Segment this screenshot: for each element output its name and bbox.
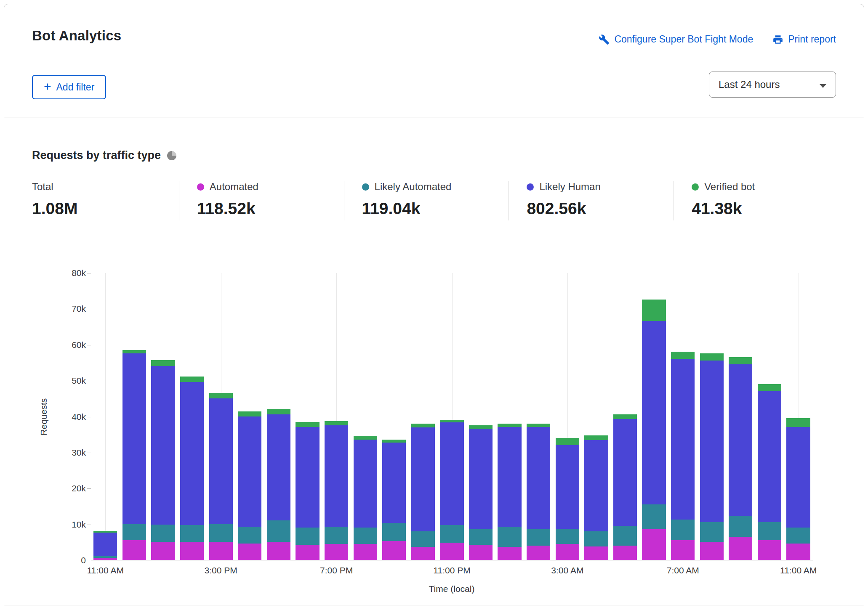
print-report-link[interactable]: Print report xyxy=(772,34,836,45)
bar-segment-likely-automated xyxy=(527,529,550,545)
stacked-bar[interactable] xyxy=(758,384,781,560)
bar-segment-verified-bot xyxy=(700,353,724,361)
stacked-bar[interactable] xyxy=(671,352,695,560)
bar-segment-verified-bot xyxy=(584,435,608,440)
stat-verified-bot-value: 41.38k xyxy=(692,199,839,218)
bar-segment-verified-bot xyxy=(296,422,319,427)
bar-segment-likely-automated xyxy=(642,504,666,530)
bar-segment-verified-bot xyxy=(469,425,493,429)
bar-segment-likely-automated xyxy=(411,531,435,547)
stacked-bar[interactable] xyxy=(498,424,521,560)
bar-segment-likely-human xyxy=(354,440,377,528)
printer-icon xyxy=(772,34,783,45)
bar-segment-likely-human xyxy=(180,382,204,525)
bar-segment-automated xyxy=(122,540,146,560)
x-tick-label: 11:00 PM xyxy=(433,565,470,576)
bar-slot xyxy=(293,273,322,560)
bar-slot xyxy=(582,273,611,560)
plus-icon: + xyxy=(44,80,51,93)
stacked-bar[interactable] xyxy=(296,422,319,560)
bar-segment-likely-automated xyxy=(469,529,493,545)
stat-verified-bot-label: Verified bot xyxy=(704,181,755,193)
stacked-bar[interactable] xyxy=(151,360,175,560)
bar-segment-likely-automated xyxy=(382,523,406,541)
bar-segment-automated xyxy=(151,542,175,560)
stacked-bar[interactable] xyxy=(238,411,261,560)
bar-segment-likely-human xyxy=(671,359,695,520)
bar-segment-automated xyxy=(498,547,521,560)
bar-segment-automated xyxy=(238,544,261,560)
stat-automated: Automated 118.52k xyxy=(179,181,344,220)
stacked-bar[interactable] xyxy=(642,300,666,560)
stat-verified-bot: Verified bot 41.38k xyxy=(674,181,839,220)
stacked-bar[interactable] xyxy=(584,435,608,560)
bar-segment-automated xyxy=(527,546,550,560)
y-tick-mark xyxy=(87,417,91,417)
stacked-bar[interactable] xyxy=(469,425,493,560)
stacked-bar[interactable] xyxy=(527,424,550,560)
bar-segment-likely-automated xyxy=(758,522,781,540)
bar-slot xyxy=(726,273,755,560)
bar-segment-verified-bot xyxy=(151,360,175,366)
bar-slot xyxy=(611,273,640,560)
bar-segment-automated xyxy=(642,529,666,560)
stacked-bar[interactable] xyxy=(786,418,810,560)
bar-segment-automated xyxy=(382,541,406,560)
bar-segment-likely-human xyxy=(758,391,781,522)
stat-likely-automated-value: 119.04k xyxy=(362,199,509,218)
bot-analytics-card: Bot Analytics Configure Super Bot Fight … xyxy=(4,4,864,610)
bars xyxy=(91,273,813,560)
y-tick-mark xyxy=(87,488,91,489)
time-range-select[interactable]: Last 24 hours xyxy=(709,72,836,98)
section-title: Requests by traffic type xyxy=(32,149,176,162)
stacked-bar[interactable] xyxy=(700,353,724,560)
stat-likely-automated: Likely Automated 119.04k xyxy=(344,181,509,220)
section-title-label: Requests by traffic type xyxy=(32,149,161,162)
stacked-bar[interactable] xyxy=(440,420,463,560)
stacked-bar[interactable] xyxy=(411,424,435,560)
x-tick-label: 11:00 AM xyxy=(87,565,124,576)
pie-chart-icon xyxy=(167,151,176,160)
bar-segment-verified-bot xyxy=(325,421,348,425)
likely-automated-legend-dot xyxy=(362,183,369,191)
configure-super-bot-fight-mode-link[interactable]: Configure Super Bot Fight Mode xyxy=(599,34,753,45)
y-axis: 010k20k30k40k50k60k70k80k xyxy=(54,273,86,560)
stacked-bar[interactable] xyxy=(267,409,290,560)
bar-segment-likely-automated xyxy=(354,528,377,544)
x-axis-title: Time (local) xyxy=(429,584,475,594)
stacked-bar[interactable] xyxy=(209,393,233,560)
stacked-bar[interactable] xyxy=(613,414,637,560)
bar-segment-automated xyxy=(209,542,233,560)
bar-segment-verified-bot xyxy=(642,300,666,321)
stacked-bar[interactable] xyxy=(325,421,348,560)
bar-segment-likely-automated xyxy=(584,531,608,547)
add-filter-button[interactable]: + Add filter xyxy=(32,75,106,99)
stacked-bar[interactable] xyxy=(122,350,146,560)
y-tick-label: 10k xyxy=(72,520,86,530)
bar-segment-likely-automated xyxy=(556,529,579,544)
bar-segment-likely-human xyxy=(584,440,608,531)
stacked-bar[interactable] xyxy=(556,438,579,560)
bar-segment-automated xyxy=(267,542,290,560)
stat-likely-human-label: Likely Human xyxy=(539,181,600,193)
y-tick-label: 70k xyxy=(72,304,86,314)
bar-segment-automated xyxy=(671,540,695,560)
bar-segment-likely-automated xyxy=(151,525,175,542)
bar-segment-verified-bot xyxy=(382,440,406,443)
stacked-bar[interactable] xyxy=(180,377,204,560)
stacked-bar[interactable] xyxy=(93,531,117,560)
header-links: Configure Super Bot Fight Mode Print rep… xyxy=(599,34,836,45)
stacked-bar[interactable] xyxy=(354,436,377,560)
bar-segment-verified-bot xyxy=(411,424,435,427)
likely-human-legend-dot xyxy=(527,183,534,191)
y-tick-label: 20k xyxy=(72,483,86,493)
bar-segment-automated xyxy=(296,545,319,560)
bar-slot xyxy=(206,273,235,560)
stacked-bar[interactable] xyxy=(382,440,406,560)
bar-segment-likely-automated xyxy=(122,524,146,540)
x-tick-label: 7:00 PM xyxy=(320,565,353,576)
bar-segment-verified-bot xyxy=(527,424,550,427)
bar-segment-verified-bot xyxy=(354,436,377,440)
x-tick-label: 3:00 PM xyxy=(205,565,237,576)
stacked-bar[interactable] xyxy=(729,357,752,560)
